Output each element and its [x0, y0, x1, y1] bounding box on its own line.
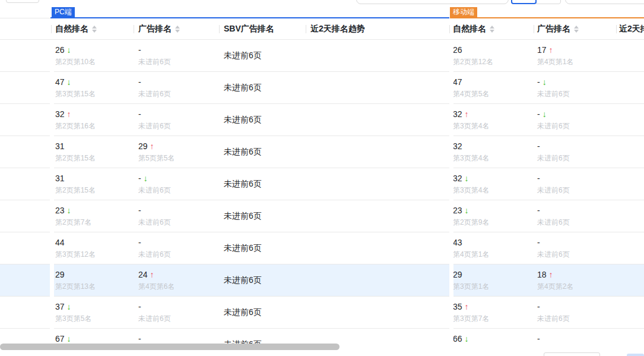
- column-label: 广告排名: [537, 24, 570, 34]
- rank-value: -: [138, 77, 141, 87]
- mobile-natural-rank-header[interactable]: 自然排名: [453, 18, 494, 40]
- mobile-ad-rank-cell: - 未进前6页: [537, 200, 613, 226]
- trend-arrow-icon: ↑: [549, 45, 553, 55]
- rank-subtext: 第3页第7名: [453, 314, 533, 323]
- rank-subtext: 第4页第2名: [537, 282, 613, 291]
- column-label: 近2天排名趋势: [310, 24, 365, 34]
- pc-sbv-ad-rank-cell: 未进前6页: [219, 297, 306, 329]
- table-row[interactable]: 29 第2页第13名 24↑ 第4页第6名 未进前6页 29 第3页第1名 18…: [0, 264, 644, 297]
- pc-ad-rank-header[interactable]: 广告排名: [138, 18, 180, 40]
- table-row[interactable]: 31 第2页第15名 -↓ 未进前6页 未进前6页 32↓ 第3页第4名 - 未…: [0, 168, 644, 200]
- pc-natural-rank-cell: 26↓ 第2页第10名: [55, 40, 132, 66]
- column-label: SBV广告排名: [224, 24, 274, 34]
- rank-subtext: 第4页第5名: [453, 90, 533, 98]
- pc-2day-trend-cell: [310, 72, 447, 104]
- page-size-select-partial[interactable]: [544, 352, 600, 356]
- mobile-natural-rank-cell: 35↑ 第3页第7名: [453, 297, 533, 323]
- pc-sbv-ad-rank-cell: 未进前6页: [219, 200, 306, 232]
- pagination-button-partial[interactable]: [627, 354, 644, 356]
- rank-value: -: [138, 206, 141, 215]
- pc-sbv-ad-rank-cell: 未进前6页: [219, 136, 306, 168]
- mobile-2day-trend-cell: [619, 329, 644, 344]
- rank-value: -: [537, 238, 540, 247]
- mobile-2day-trend-header: 近2天排名趋势: [619, 18, 644, 40]
- rank-value: 66: [453, 334, 462, 344]
- pc-2day-trend-cell: [310, 104, 447, 136]
- rank-value: 26: [55, 45, 65, 55]
- horizontal-scrollbar-thumb[interactable]: [0, 344, 340, 350]
- rank-subtext: 第3页第15名: [55, 90, 132, 98]
- rank-subtext: 第3页第1名: [453, 282, 533, 291]
- focused-number-input-partial[interactable]: [511, 0, 537, 4]
- trend-arrow-icon: ↑: [67, 109, 71, 119]
- rank-value: 32: [453, 109, 462, 119]
- rank-subtext: 第5页第5名: [138, 154, 215, 162]
- sort-icon[interactable]: [490, 26, 494, 33]
- rank-value: -: [537, 141, 540, 151]
- pc-sbv-ad-rank-header: SBV广告排名: [224, 18, 274, 40]
- mobile-ad-rank-header[interactable]: 广告排名: [537, 18, 579, 40]
- pc-sbv-ad-rank-cell: 未进前6页: [219, 232, 306, 264]
- trend-arrow-icon: ↑: [150, 270, 154, 279]
- toolbar-button-partial[interactable]: [6, 0, 39, 3]
- rank-subtext: 第2页第16名: [55, 122, 132, 130]
- mobile-ad-rank-cell: - 未进前6页: [537, 297, 613, 323]
- mobile-natural-rank-cell: 47 第4页第5名: [453, 72, 533, 98]
- mobile-2day-trend-cell: [619, 297, 644, 329]
- table-row[interactable]: 32↑ 第2页第16名 - 未进前6页 未进前6页 32↑ 第3页第4名 -↓ …: [0, 104, 644, 136]
- filter-input-partial[interactable]: [356, 0, 509, 4]
- rank-value: 24: [138, 270, 148, 279]
- rank-value: 26: [453, 45, 462, 55]
- rank-subtext: 未进前6页: [138, 186, 215, 194]
- table-row[interactable]: 31 第2页第15名 29↑ 第5页第5名 未进前6页 32 第3页第4名 - …: [0, 136, 644, 168]
- mobile-ad-rank-cell: 18↑ 第4页第2名: [537, 264, 613, 291]
- rank-subtext: 未进前6页: [537, 122, 613, 130]
- trend-arrow-icon: ↓: [543, 109, 547, 119]
- pc-2day-trend-cell: [310, 136, 447, 168]
- rank-subtext: 未进前6页: [537, 90, 613, 98]
- pc-ad-rank-cell: - 未进前6页: [138, 232, 215, 259]
- pc-natural-rank-cell: 44 第3页第12名: [55, 232, 132, 259]
- table-header: 自然排名 广告排名 SBV广告排名 近2天排名趋势 自然排名 广告排名 近2天排…: [0, 18, 644, 40]
- pc-natural-rank-header[interactable]: 自然排名: [55, 18, 97, 40]
- table-row[interactable]: 37↓ 第3页第5名 - 未进前6页 未进前6页 35↑ 第3页第7名 - 未进…: [0, 297, 644, 329]
- rank-subtext: 第2页第7名: [55, 218, 132, 226]
- rank-subtext: 未进前6页: [537, 186, 613, 194]
- sort-icon[interactable]: [92, 26, 97, 33]
- mobile-2day-trend-cell: [619, 232, 644, 264]
- rank-subtext: 第4页第6名: [138, 282, 215, 291]
- sort-icon[interactable]: [175, 26, 180, 33]
- table-row[interactable]: 47↓ 第3页第15名 - 未进前6页 未进前6页 47 第4页第5名 -↓ 未…: [0, 72, 644, 104]
- pc-2day-trend-cell: [310, 264, 447, 297]
- rank-subtext: 第3页第4名: [453, 186, 533, 194]
- rank-value: 17: [537, 45, 547, 55]
- trend-arrow-icon: ↓: [465, 206, 469, 215]
- rank-value: 29: [55, 270, 65, 279]
- header-separator: [616, 25, 617, 33]
- rank-value: -: [138, 45, 141, 55]
- rank-value: 37: [55, 302, 65, 311]
- mobile-ad-rank-cell: - 未进前6页: [537, 232, 613, 259]
- mobile-2day-trend-cell: [619, 136, 644, 168]
- pc-sbv-ad-rank-cell: 未进前6页: [219, 168, 306, 200]
- header-separator: [219, 25, 220, 33]
- rank-value: -: [138, 334, 141, 344]
- table-row[interactable]: 67↓ - 未进前6页 66↓ -: [0, 329, 644, 344]
- rank-subtext: 未进前6页: [138, 314, 215, 323]
- table-row[interactable]: 44 第3页第12名 - 未进前6页 未进前6页 43 第4页第1名 - 未进前…: [0, 232, 644, 264]
- pc-natural-rank-cell: 31 第2页第15名: [55, 168, 132, 194]
- pc-ad-rank-cell: 24↑ 第4页第6名: [138, 264, 215, 291]
- rank-value: 23: [55, 206, 65, 215]
- search-input-partial[interactable]: [565, 0, 644, 4]
- pc-ad-rank-cell: 29↑ 第5页第5名: [138, 136, 215, 162]
- mobile-ad-rank-cell: - 未进前6页: [537, 136, 613, 162]
- trend-arrow-icon: ↓: [67, 45, 71, 55]
- table-row[interactable]: 23↓ 第2页第7名 - 未进前6页 未进前6页 23↓ 第2页第9名 - 未进…: [0, 200, 644, 232]
- pc-ad-rank-cell: - 未进前6页: [138, 200, 215, 226]
- input-addon-partial[interactable]: [536, 0, 561, 4]
- pc-sbv-ad-rank-cell: 未进前6页: [219, 72, 306, 104]
- table-row[interactable]: 26↓ 第2页第10名 - 未进前6页 未进前6页 26 第2页第12名 17↑…: [0, 40, 644, 72]
- rank-value: 47: [453, 77, 462, 87]
- mobile-natural-rank-cell: 43 第4页第1名: [453, 232, 533, 259]
- sort-icon[interactable]: [574, 26, 579, 33]
